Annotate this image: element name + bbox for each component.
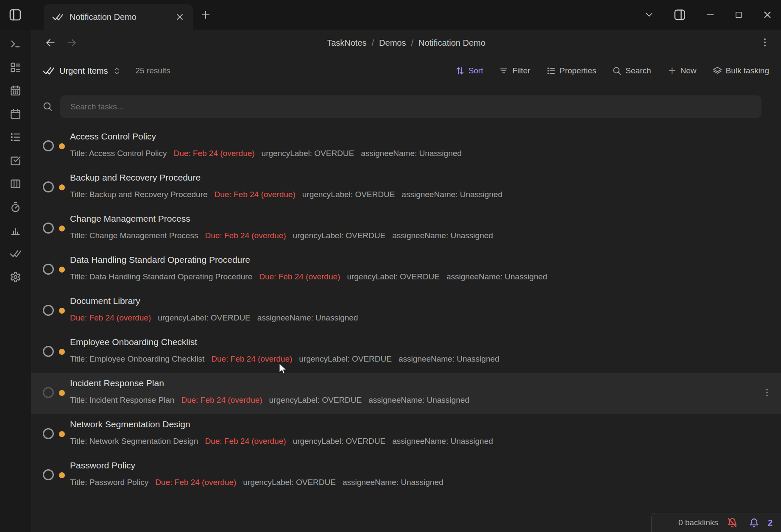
magnifier-icon bbox=[612, 66, 622, 75]
task-row[interactable]: Incident Response Plan Title: Incident R… bbox=[31, 373, 781, 414]
close-button[interactable] bbox=[762, 10, 773, 20]
task-meta-segment: assigneeName: Unassigned bbox=[402, 190, 502, 199]
rail-item-timer-icon[interactable] bbox=[10, 201, 21, 213]
action-label: New bbox=[681, 66, 697, 75]
row-more-options-icon[interactable] bbox=[762, 388, 772, 397]
task-title: Employee Onboarding Checklist bbox=[70, 337, 197, 347]
task-meta-segment: assigneeName: Unassigned bbox=[368, 396, 469, 405]
action-label: Properties bbox=[560, 66, 597, 75]
minimize-button[interactable] bbox=[706, 10, 715, 19]
task-meta-segment: urgencyLabel: OVERDUE bbox=[293, 437, 386, 446]
task-meta-segment: Title: Password Policy bbox=[70, 478, 148, 487]
task-checkbox[interactable] bbox=[43, 181, 54, 192]
statusbar: 0 backlinks 2 bbox=[651, 513, 781, 532]
bulk-tasking-button[interactable]: Bulk tasking bbox=[713, 66, 769, 75]
priority-dot-icon bbox=[59, 472, 65, 478]
task-meta-segment: Title: Backup and Recovery Procedure bbox=[70, 190, 208, 199]
action-label: Sort bbox=[469, 66, 483, 75]
notifications-off-icon[interactable] bbox=[727, 517, 738, 528]
task-meta: Title: Employee Onboarding ChecklistDue:… bbox=[70, 354, 499, 364]
task-meta-segment: Title: Change Management Process bbox=[70, 231, 198, 240]
more-options-icon[interactable] bbox=[760, 37, 770, 47]
rail-item-settings-icon[interactable] bbox=[10, 271, 21, 283]
filter-button[interactable]: Filter bbox=[499, 66, 530, 75]
task-checkbox[interactable] bbox=[43, 387, 54, 398]
rail-item-bar-chart-icon[interactable] bbox=[10, 225, 21, 236]
notification-bell-icon[interactable] bbox=[749, 518, 759, 528]
breadcrumb-item[interactable]: Demos bbox=[379, 38, 406, 48]
task-row[interactable]: Backup and Recovery Procedure Title: Bac… bbox=[31, 167, 781, 209]
app-window: Notification Demo TaskNotes/Demos/Notifi… bbox=[0, 0, 781, 532]
rail-item-calendar-icon[interactable] bbox=[10, 108, 21, 120]
task-row[interactable]: Network Segmentation Design Title: Netwo… bbox=[31, 414, 781, 455]
due-date-overdue: Due: Feb 24 (overdue) bbox=[211, 354, 292, 364]
task-meta: Title: Network Segmentation DesignDue: F… bbox=[70, 437, 493, 446]
view-switcher[interactable]: Urgent Items bbox=[42, 65, 121, 77]
action-label: Bulk tasking bbox=[726, 66, 769, 75]
task-checkbox[interactable] bbox=[43, 223, 54, 234]
task-row[interactable]: Change Management Process Title: Change … bbox=[31, 209, 781, 250]
task-meta-segment: urgencyLabel: OVERDUE bbox=[269, 396, 362, 405]
properties-button[interactable]: Properties bbox=[547, 66, 597, 75]
chevron-down-icon[interactable] bbox=[644, 10, 654, 19]
rail-item-double-check-icon[interactable] bbox=[10, 248, 21, 259]
task-meta: Title: Change Management ProcessDue: Feb… bbox=[70, 231, 493, 240]
task-checkbox[interactable] bbox=[43, 140, 54, 151]
task-checkbox[interactable] bbox=[43, 305, 54, 316]
rail-item-layout-dashboard-icon[interactable] bbox=[10, 61, 21, 73]
task-meta-segment: assigneeName: Unassigned bbox=[361, 149, 462, 158]
task-title: Change Management Process bbox=[70, 214, 190, 224]
backlinks-label[interactable]: 0 backlinks bbox=[678, 518, 718, 527]
task-checkbox[interactable] bbox=[43, 346, 54, 357]
new-button[interactable]: New bbox=[667, 66, 697, 75]
due-date-overdue: Due: Feb 24 (overdue) bbox=[205, 231, 286, 240]
task-title: Document Library bbox=[70, 296, 140, 306]
breadcrumb-item[interactable]: TaskNotes bbox=[327, 38, 366, 48]
task-row[interactable]: Data Handling Standard Operating Procedu… bbox=[31, 250, 781, 291]
rail-item-list-icon[interactable] bbox=[10, 131, 21, 143]
task-meta-segment: urgencyLabel: OVERDUE bbox=[299, 354, 392, 364]
task-title: Incident Response Plan bbox=[70, 378, 164, 388]
tasknotes-check-icon bbox=[52, 11, 63, 22]
sidebar-toggle-icon[interactable] bbox=[6, 6, 25, 23]
task-meta-segment: assigneeName: Unassigned bbox=[257, 313, 358, 323]
task-meta-segment: Title: Access Control Policy bbox=[70, 149, 167, 158]
task-meta-segment: Title: Incident Response Plan bbox=[70, 396, 174, 405]
breadcrumb-item[interactable]: Notification Demo bbox=[418, 38, 485, 48]
task-checkbox[interactable] bbox=[43, 264, 54, 275]
sort-button[interactable]: Sort bbox=[455, 66, 483, 75]
priority-dot-icon bbox=[59, 143, 65, 149]
rail-item-check-square-icon[interactable] bbox=[10, 155, 21, 166]
toolbar: Urgent Items 25 results SortFilterProper… bbox=[31, 56, 781, 86]
task-meta-segment: assigneeName: Unassigned bbox=[446, 272, 547, 281]
task-row[interactable]: Employee Onboarding Checklist Title: Emp… bbox=[31, 332, 781, 373]
breadcrumb: TaskNotes/Demos/Notification Demo bbox=[31, 30, 781, 56]
rail-item-columns-icon[interactable] bbox=[10, 178, 21, 189]
search-row bbox=[31, 86, 781, 118]
task-meta: Title: Access Control PolicyDue: Feb 24 … bbox=[70, 149, 462, 158]
breadcrumb-separator: / bbox=[411, 38, 413, 48]
search-input[interactable] bbox=[60, 95, 761, 118]
task-row[interactable]: Access Control Policy Title: Access Cont… bbox=[31, 126, 781, 167]
priority-dot-icon bbox=[59, 226, 65, 231]
breadcrumb-separator: / bbox=[372, 38, 374, 48]
due-date-overdue: Due: Feb 24 (overdue) bbox=[259, 272, 340, 281]
tab-notification-demo[interactable]: Notification Demo bbox=[44, 4, 193, 30]
task-list: Access Control Policy Title: Access Cont… bbox=[31, 126, 781, 532]
task-meta: Title: Data Handling Standard Operating … bbox=[70, 272, 547, 281]
rail-item-terminal-icon[interactable] bbox=[10, 38, 21, 50]
task-row[interactable]: Document Library Due: Feb 24 (overdue)ur… bbox=[31, 291, 781, 332]
tab-close-icon[interactable] bbox=[175, 12, 184, 22]
rail-item-calendar-days-icon[interactable] bbox=[10, 85, 21, 96]
task-checkbox[interactable] bbox=[43, 428, 54, 439]
task-meta-segment: assigneeName: Unassigned bbox=[399, 354, 499, 364]
task-checkbox[interactable] bbox=[43, 469, 54, 480]
search-button[interactable]: Search bbox=[612, 66, 651, 75]
task-row[interactable]: Password Policy Title: Password PolicyDu… bbox=[31, 455, 781, 496]
new-tab-button[interactable] bbox=[200, 9, 211, 20]
panel-right-toggle-icon[interactable] bbox=[673, 8, 686, 21]
maximize-button[interactable] bbox=[734, 11, 743, 19]
window-controls bbox=[644, 0, 773, 30]
left-rail bbox=[0, 30, 31, 532]
task-meta: Title: Incident Response PlanDue: Feb 24… bbox=[70, 396, 469, 405]
